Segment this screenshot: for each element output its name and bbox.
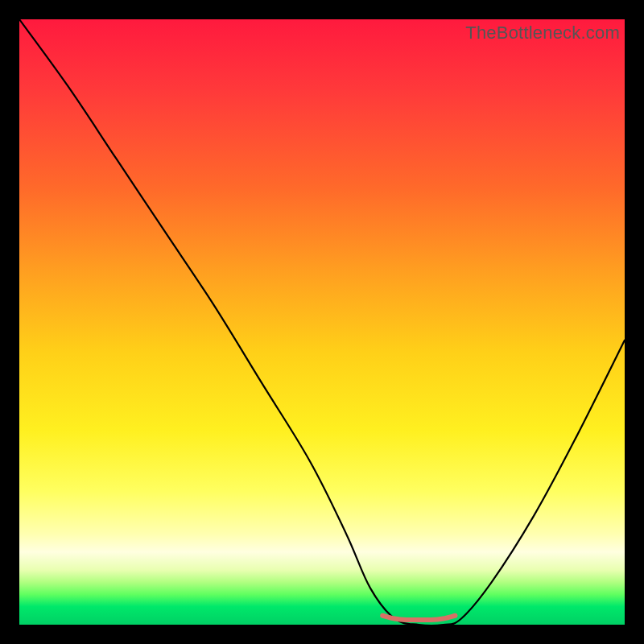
bottleneck-curve-line: [19, 19, 625, 625]
watermark-text: TheBottleneck.com: [465, 23, 620, 43]
optimal-zone-marker: [382, 616, 455, 620]
chart-svg: [19, 19, 625, 625]
chart-frame: TheBottleneck.com: [19, 19, 625, 625]
